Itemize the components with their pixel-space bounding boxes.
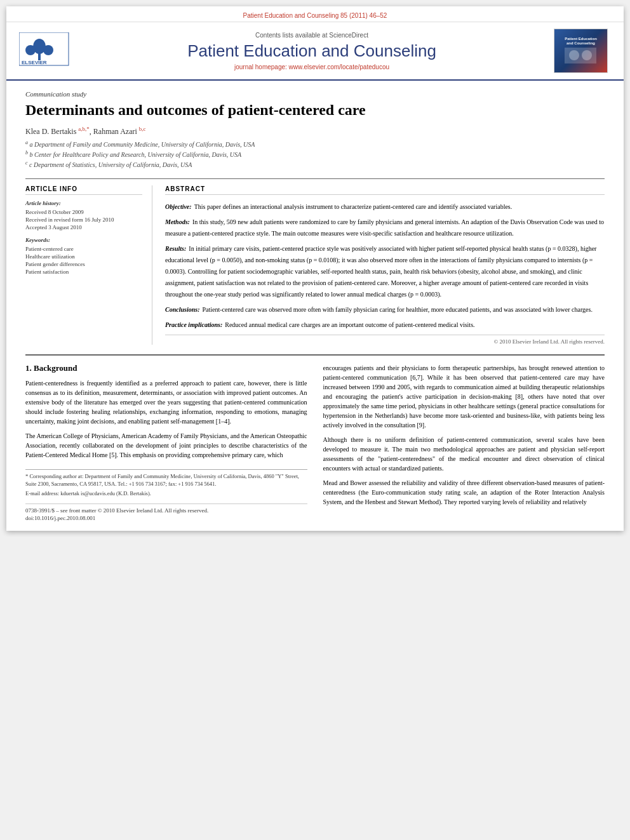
homepage-url: www.elsevier.com/locate/pateducou [289, 63, 389, 70]
keywords-label: Keywords: [25, 237, 142, 243]
doi-info: doi:10.1016/j.pec.2010.08.001 [25, 515, 307, 521]
svg-point-8 [582, 50, 592, 60]
body-col-right: encourages patients and their physicians… [323, 363, 605, 522]
affiliation-b: b b Center for Healthcare Policy and Res… [25, 150, 605, 158]
elsevier-logo-icon: ELSEVIER [19, 32, 70, 67]
abstract-results: Results: In initial primary care visits,… [165, 242, 605, 299]
header-left: ELSEVIER [19, 32, 70, 70]
body-section: 1. Background Patient-centeredness is fr… [25, 354, 605, 522]
practice-label: Practice implications: [165, 321, 222, 328]
journal-top-bar: Patient Education and Counseling 85 (201… [6, 6, 624, 22]
objective-text: This paper defines an interactional anal… [194, 203, 513, 210]
journal-ref: Patient Education and Counseling 85 (201… [243, 12, 387, 19]
header-right: Patient Educationand Counseling [554, 29, 611, 73]
bottom-bar: 0738-3991/$ – see front matter © 2010 El… [25, 503, 307, 514]
article-history-label: Article history: [25, 200, 142, 206]
abstract-methods: Methods: In this study, 509 new adult pa… [165, 215, 605, 238]
article-info-header: Article Info [25, 185, 142, 195]
results-label: Results: [165, 245, 186, 252]
abstract-col: Abstract Objective: This paper defines a… [165, 185, 605, 345]
objective-label: Objective: [165, 203, 192, 210]
header-section: ELSEVIER Contents lists available at Sci… [6, 22, 624, 81]
methods-text: In this study, 509 new adult patients we… [165, 218, 604, 237]
keyword-4: Patient satisfaction [25, 269, 142, 275]
results-text: In initial primary care visits, patient-… [165, 245, 596, 298]
conclusions-label: Conclusions: [165, 306, 199, 313]
svg-text:ELSEVIER: ELSEVIER [22, 60, 47, 65]
footnote-email: E-mail address: kduertak is@ucdavis.edu … [25, 490, 307, 498]
svg-point-3 [25, 45, 36, 55]
sciencedirect-line: Contents lists available at ScienceDirec… [76, 32, 547, 39]
received-date: Received 8 October 2009 [25, 209, 142, 215]
affiliation-a: a a Department of Family and Community M… [25, 140, 605, 148]
authors-line: Klea D. Bertakis a,b,*, Rahman Azari b,c [25, 126, 605, 137]
keyword-2: Healthcare utilization [25, 253, 142, 260]
header-center: Contents lists available at ScienceDirec… [76, 32, 547, 70]
practice-text: Reduced annual medical care charges are … [225, 321, 474, 328]
article-info-col: Article Info Article history: Received 8… [25, 185, 152, 345]
article-content: Communication study Determinants and out… [6, 81, 624, 531]
footnote-area: * Corresponding author at: Department of… [25, 469, 307, 498]
article-type: Communication study [25, 90, 605, 98]
body-para-1: Patient-centeredness is frequently ident… [25, 378, 307, 426]
body-col-left: 1. Background Patient-centeredness is fr… [25, 363, 307, 522]
body-para-2: The American College of Physicians, Amer… [25, 431, 307, 460]
abstract-objective: Objective: This paper defines an interac… [165, 200, 605, 211]
article-title: Determinants and outcomes of patient-cen… [25, 101, 605, 119]
footnote-corresponding: * Corresponding author at: Department of… [25, 473, 307, 488]
thumb-title-text: Patient Educationand Counseling [565, 37, 597, 65]
issn-info: 0738-3991/$ – see front matter © 2010 El… [25, 507, 208, 514]
info-abstract-section: Article Info Article history: Received 8… [25, 178, 605, 345]
section1-heading: 1. Background [25, 363, 307, 373]
body-para-5: Mead and Bower assessed the reliability … [323, 478, 605, 507]
page: Patient Education and Counseling 85 (201… [6, 6, 624, 531]
abstract-header: Abstract [165, 185, 605, 195]
svg-point-7 [569, 50, 579, 60]
abstract-conclusions: Conclusions: Patient-centered care was o… [165, 303, 605, 314]
abstract-practice: Practice implications: Reduced annual me… [165, 318, 605, 330]
accepted-date: Accepted 3 August 2010 [25, 224, 142, 230]
body-two-col: 1. Background Patient-centeredness is fr… [25, 363, 605, 522]
revised-date: Received in revised form 16 July 2010 [25, 217, 142, 223]
copyright-line: © 2010 Elsevier Ireland Ltd. All rights … [165, 335, 605, 345]
body-para-4: Although there is no uniform definition … [323, 435, 605, 473]
svg-point-4 [43, 45, 53, 55]
journal-thumbnail: Patient Educationand Counseling [554, 29, 608, 73]
keyword-1: Patient-centered care [25, 246, 142, 252]
affiliation-c: c c Department of Statistics, University… [25, 160, 605, 168]
journal-title: Patient Education and Counseling [76, 41, 547, 61]
keyword-3: Patient gender differences [25, 261, 142, 267]
conclusions-text: Patient-centered care was observed more … [202, 306, 592, 313]
body-para-3: encourages patients and their physicians… [323, 363, 605, 430]
journal-homepage: journal homepage: www.elsevier.com/locat… [76, 63, 547, 70]
methods-label: Methods: [165, 218, 190, 225]
